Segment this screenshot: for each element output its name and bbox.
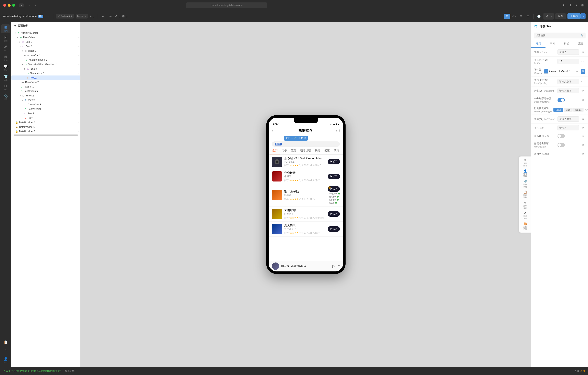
prop-input-text[interactable] — [557, 49, 579, 55]
tree-node-dataprovider3[interactable]: 🔒 DataProvider:3 ··· — [11, 129, 80, 134]
tree-node-list1[interactable]: ≡ List:1 ··· — [11, 116, 80, 120]
tab-pop[interactable]: 流行 — [289, 147, 298, 154]
tree-node-tabbar1[interactable]: ⊙ TabBar:1 ··· — [11, 85, 80, 89]
prop-code-btn-italic[interactable]: </> — [581, 151, 585, 156]
sidebar-item-anchor[interactable]: 📎 埋点 — [1, 93, 10, 102]
tree-node-box1[interactable]: ▶ □ Box:1 ··· — [11, 40, 80, 44]
tree-node-dataprovider1[interactable]: 🔒 DataProvider:1 ··· — [11, 120, 80, 125]
listen-btn-1[interactable]: ▶试听 — [328, 159, 340, 164]
mobile-view-button[interactable]: ☰ — [525, 14, 531, 19]
sidebar-item-user[interactable]: 👤 User — [1, 355, 10, 364]
code-view-button[interactable]: </> — [511, 14, 517, 19]
tree-node-view1[interactable]: ▼ T View:1 ··· — [11, 98, 80, 102]
playlist-btn[interactable]: ≡ — [338, 264, 340, 268]
tree-node-when2[interactable]: ▼ ⊞ When:2 ··· — [11, 93, 80, 98]
tree-node-dataprovider2[interactable]: 🔒 DataProvider:2 ··· — [11, 125, 80, 129]
tree-node-mixinfo1[interactable]: ⊙ MixInformation:1 ··· — [11, 58, 80, 62]
color-clear-btn[interactable]: ✕ — [571, 70, 575, 73]
color-edit-btn[interactable]: ✏ — [575, 70, 579, 73]
undo-button[interactable]: ↩ — [100, 13, 106, 19]
close-button[interactable] — [3, 4, 6, 7]
props-tab-common[interactable]: 常用 — [531, 40, 546, 48]
prop-code-btn-lineheight[interactable]: </> — [581, 88, 585, 93]
color-picker-button[interactable] — [581, 69, 585, 74]
tooltip-delete[interactable]: ✕ — [304, 137, 306, 139]
refresh-button[interactable]: ↺ ⌄ — [115, 13, 121, 19]
add-page-button[interactable]: + ⌄ — [89, 13, 95, 19]
visual-view-button[interactable]: ⊞ — [504, 14, 510, 19]
tab-punk[interactable]: 朋克 — [332, 147, 341, 154]
lh-opt-multi[interactable]: Multi — [564, 108, 573, 112]
sidebar-item-interface[interactable]: ⌘ 接口 — [1, 44, 10, 53]
sidebar-item-dependency[interactable]: ⊞ 依赖 — [1, 54, 10, 63]
prop-input-letterspacing[interactable] — [557, 79, 579, 84]
lh-opt-single[interactable]: Single — [573, 108, 584, 112]
back-button[interactable]: ‹ — [272, 129, 273, 133]
tree-node-box3[interactable]: ▶ □ Box:3 ··· — [11, 66, 80, 71]
devices-button[interactable]: ⊡ ⌄ — [122, 13, 128, 19]
back-arrow[interactable]: ‹ — [28, 3, 32, 8]
add-tab-icon[interactable]: + — [574, 3, 579, 8]
tooltip-copy[interactable]: ◇ — [298, 137, 300, 139]
props-tab-event[interactable]: 事件 — [546, 40, 560, 48]
home-page-button[interactable]: home ⌄ — [76, 14, 88, 19]
tab-guoyue[interactable]: 国 — [341, 147, 343, 154]
float-tool-protocol-apply[interactable]: 🔗 协议调用 — [520, 179, 530, 189]
search-bar[interactable]: 搜索 — [272, 141, 340, 147]
forward-arrow[interactable]: › — [33, 3, 37, 8]
maximize-button[interactable] — [12, 4, 15, 7]
tree-node-text1[interactable]: T Text:1 ··· — [11, 75, 80, 80]
listen-btn-4[interactable]: ▶试听 — [328, 211, 340, 217]
tree-scrollbar[interactable] — [14, 135, 78, 136]
prop-code-btn-font[interactable]: </> — [581, 126, 585, 130]
tree-node-box4[interactable]: □ Box:4 ··· — [11, 111, 80, 116]
props-tab-advanced[interactable]: 高级 — [574, 40, 588, 48]
listen-btn-5[interactable]: ▶试听 — [328, 226, 340, 232]
prop-code-btn-bold[interactable]: </> — [581, 134, 585, 138]
tab-electronic[interactable]: 电子 — [280, 147, 289, 154]
prop-code-btn-text[interactable]: </> — [581, 50, 585, 54]
tree-expand-icon[interactable]: ▼ — [14, 24, 16, 27]
tree-node-searchbar1[interactable]: ⊙ SearchBar:1 ··· — [11, 107, 80, 111]
toggle-istruncated[interactable] — [557, 143, 565, 147]
split-view-button[interactable]: ⊟ — [518, 14, 524, 19]
sidebar-item-dialog[interactable]: 💬 对话 — [1, 64, 10, 73]
sidebar-item-structure[interactable]: ⊞ 结构 — [1, 24, 10, 33]
tabs-icon[interactable]: ⊟ — [580, 3, 585, 8]
sidebar-item-help[interactable]: ? — [1, 346, 10, 355]
settings-icon[interactable]: ⚙ — [545, 13, 550, 19]
toggle-bold[interactable] — [557, 134, 565, 138]
publish-button[interactable]: ✈ 发布 — [567, 13, 581, 19]
redo-button[interactable]: ↪ — [108, 13, 113, 19]
prop-input-font[interactable] — [557, 125, 579, 130]
float-tool-theme-switch[interactable]: 🎨 主题切换 — [520, 221, 530, 231]
share-icon[interactable]: ⬆ — [568, 3, 573, 8]
prop-code-btn-istruncated[interactable]: </> — [581, 143, 585, 147]
float-tool-reload-page[interactable]: ↺ 重载页面 — [520, 200, 530, 210]
info-icon[interactable]: ⓘ — [336, 128, 340, 133]
minimize-button[interactable] — [8, 4, 10, 7]
props-search-input[interactable]: 搜索属性 🔍 — [534, 32, 586, 38]
listen-btn-2[interactable]: ▶试听 — [328, 174, 340, 179]
publish-dropdown-button[interactable]: ⌄ — [581, 13, 586, 19]
address-bar[interactable]: rn-podcast-story-tab-lowcode — [186, 2, 267, 8]
prop-input-fontweight[interactable] — [557, 116, 579, 122]
canvas-background[interactable]: 3:07 ••• wifi ■ ‹ 热歌推荐 ⓘ — [81, 22, 531, 367]
float-tool-version-switch[interactable]: 📋 版本切换 — [520, 189, 530, 200]
tree-node-audio[interactable]: ▼ ⊙ AudioProvider:1 ··· — [11, 31, 80, 35]
tree-node-box2[interactable]: ▼ □ Box:2 ··· — [11, 44, 80, 49]
toggle-webfontsizefix[interactable] — [557, 98, 565, 102]
tree-node-when1[interactable]: ▼ ⊞ When:1 ··· — [11, 49, 80, 53]
prop-code-btn-webfontsizefix[interactable]: </> — [581, 98, 585, 102]
sidebar-item-theme[interactable]: 👕 主题 — [1, 73, 10, 82]
tab-folk[interactable]: 民谣 — [313, 147, 322, 154]
sidebar-toggle[interactable]: ⊞ — [19, 3, 24, 7]
float-tool-element-view[interactable]: 👁 元素查看 — [520, 158, 530, 168]
sidebar-item-protocol[interactable]: ⊡ 协议 — [1, 83, 10, 92]
save-button[interactable]: 保存 — [555, 13, 566, 19]
prop-input-fontsize[interactable] — [557, 59, 579, 64]
tree-node-tabcontents1[interactable]: ⊙ TabContents:1 ··· — [11, 89, 80, 93]
tree-node-navbar1[interactable]: ▶ ≡ NavBar:1 ··· — [11, 53, 80, 58]
tree-node-dawnview2[interactable]: — DawnView:2 ··· — [11, 80, 80, 85]
tree-node-dawnview1[interactable]: ▼ ◈ DawnView:1 ··· — [11, 35, 80, 40]
